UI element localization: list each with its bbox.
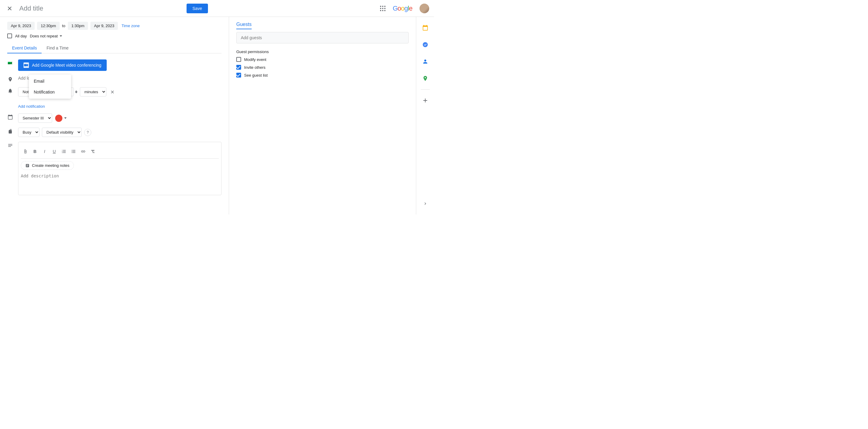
dropdown-notification-option[interactable]: Notification bbox=[29, 87, 71, 97]
add-meet-button[interactable]: Add Google Meet video conferencing bbox=[18, 59, 107, 71]
invite-others-checkbox[interactable] bbox=[236, 65, 241, 70]
guests-panel: Guests Guest permissions Modify event In… bbox=[229, 17, 416, 214]
allday-checkbox[interactable] bbox=[7, 33, 12, 38]
underline-button[interactable]: U bbox=[50, 147, 59, 156]
google-apps-button[interactable] bbox=[380, 6, 385, 11]
location-icon bbox=[7, 76, 13, 82]
stepper-up-icon[interactable] bbox=[75, 90, 78, 92]
main-layout: Apr 9, 2023 12:30pm to 1:30pm Apr 9, 202… bbox=[0, 17, 434, 214]
status-row: Busy Default visibility ? bbox=[7, 127, 221, 137]
unordered-list-button[interactable] bbox=[69, 147, 78, 156]
content-section: Add Google Meet video conferencing Email… bbox=[7, 59, 221, 195]
timezone-button[interactable]: Time zone bbox=[121, 24, 140, 28]
to-label: to bbox=[62, 24, 65, 28]
create-notes-label: Create meeting notes bbox=[32, 163, 69, 168]
notes-icon bbox=[25, 164, 30, 168]
remove-notification-button[interactable] bbox=[109, 88, 116, 96]
apps-grid-icon bbox=[380, 6, 385, 11]
remove-format-button[interactable] bbox=[88, 147, 97, 156]
see-guest-list-label: See guest list bbox=[244, 73, 268, 78]
color-dot bbox=[55, 115, 62, 122]
add-notification-button[interactable]: Add notification bbox=[18, 104, 45, 109]
italic-button[interactable]: I bbox=[40, 147, 49, 156]
status-controls: Busy Default visibility ? bbox=[18, 127, 91, 137]
sidebar-calendar-button[interactable] bbox=[419, 22, 431, 34]
meet-btn-icon bbox=[24, 62, 29, 68]
invite-others-label: Invite others bbox=[244, 65, 266, 70]
color-chevron-icon[interactable] bbox=[64, 117, 67, 119]
calendar-icon bbox=[7, 114, 13, 120]
description-editor: B I U bbox=[18, 142, 221, 195]
stepper-down-icon[interactable] bbox=[75, 92, 78, 93]
description-toolbar: B I U bbox=[21, 144, 219, 159]
briefcase-icon bbox=[7, 128, 13, 134]
calendar-row: Semester III bbox=[7, 113, 221, 123]
event-title-input[interactable] bbox=[19, 4, 182, 12]
start-date-button[interactable]: Apr 9, 2023 bbox=[7, 22, 35, 30]
help-icon: ? bbox=[87, 130, 89, 135]
permission-invite-row: Invite others bbox=[236, 65, 409, 70]
permission-guest-list-row: See guest list bbox=[236, 73, 409, 78]
sidebar-expand-button[interactable] bbox=[419, 198, 431, 210]
meet-row: Add Google Meet video conferencing Email… bbox=[7, 59, 221, 71]
start-time-button[interactable]: 12:30pm bbox=[37, 22, 60, 30]
sidebar-contacts-icon bbox=[422, 59, 428, 64]
dropdown-email-option[interactable]: Email bbox=[29, 76, 71, 87]
number-stepper[interactable] bbox=[75, 90, 78, 93]
close-button[interactable] bbox=[5, 4, 14, 13]
bell-icon bbox=[7, 88, 13, 94]
sidebar-tasks-button[interactable] bbox=[419, 38, 431, 51]
create-notes-button[interactable]: Create meeting notes bbox=[21, 161, 74, 170]
svg-point-2 bbox=[423, 42, 428, 47]
event-tabs: Event Details Find a Time bbox=[7, 43, 221, 53]
add-guests-input[interactable] bbox=[236, 32, 409, 44]
repeat-button[interactable]: Does not repeat bbox=[30, 34, 62, 38]
permission-modify-row: Modify event bbox=[236, 57, 409, 62]
modify-event-label: Modify event bbox=[244, 57, 267, 62]
color-selector bbox=[55, 115, 67, 122]
sidebar-contacts-button[interactable] bbox=[419, 56, 431, 67]
repeat-chevron-icon bbox=[60, 35, 62, 37]
calendar-controls: Semester III bbox=[18, 113, 67, 123]
see-guest-list-checkbox[interactable] bbox=[236, 73, 241, 78]
google-logo: Google bbox=[393, 4, 412, 12]
notification-unit-select[interactable]: minutes bbox=[80, 87, 106, 96]
visibility-select[interactable]: Default visibility bbox=[42, 127, 82, 137]
expand-icon bbox=[423, 201, 428, 206]
datetime-row: Apr 9, 2023 12:30pm to 1:30pm Apr 9, 202… bbox=[7, 22, 221, 30]
left-panel: Apr 9, 2023 12:30pm to 1:30pm Apr 9, 202… bbox=[0, 17, 229, 214]
attach-button[interactable] bbox=[21, 147, 30, 156]
sidebar-calendar-icon bbox=[422, 25, 428, 31]
guests-header: Guests bbox=[236, 22, 409, 27]
tab-find-time[interactable]: Find a Time bbox=[41, 43, 73, 53]
end-date-button[interactable]: Apr 9, 2023 bbox=[90, 22, 118, 30]
notification-type-dropdown: Email Notification bbox=[29, 75, 71, 99]
sidebar-maps-button[interactable] bbox=[419, 73, 431, 84]
modify-event-checkbox[interactable] bbox=[236, 57, 241, 62]
end-time-button[interactable]: 1:30pm bbox=[68, 22, 88, 30]
sidebar-divider bbox=[421, 89, 430, 90]
google-meet-icon bbox=[7, 60, 13, 66]
description-textarea[interactable] bbox=[21, 173, 219, 192]
calendar-select[interactable]: Semester III bbox=[18, 113, 52, 123]
add-icon bbox=[422, 97, 429, 104]
right-sidebar bbox=[416, 17, 434, 214]
link-button[interactable] bbox=[79, 147, 88, 156]
allday-label: All day bbox=[15, 34, 27, 38]
meet-icon-area bbox=[7, 60, 13, 66]
save-button[interactable]: Save bbox=[187, 4, 208, 13]
busy-status-select[interactable]: Busy bbox=[18, 127, 39, 137]
svg-point-3 bbox=[424, 77, 426, 78]
sidebar-maps-icon bbox=[422, 76, 428, 82]
description-icon bbox=[7, 142, 13, 148]
bold-button[interactable]: B bbox=[30, 147, 39, 156]
permissions-title: Guest permissions bbox=[236, 50, 409, 54]
help-button[interactable]: ? bbox=[84, 129, 91, 136]
user-avatar[interactable] bbox=[420, 4, 429, 13]
ordered-list-button[interactable] bbox=[59, 147, 68, 156]
sidebar-tasks-icon bbox=[422, 41, 428, 48]
top-bar: Save Google bbox=[0, 0, 434, 17]
description-row: B I U bbox=[7, 142, 221, 195]
tab-event-details[interactable]: Event Details bbox=[7, 43, 41, 53]
sidebar-add-button[interactable] bbox=[419, 94, 431, 107]
